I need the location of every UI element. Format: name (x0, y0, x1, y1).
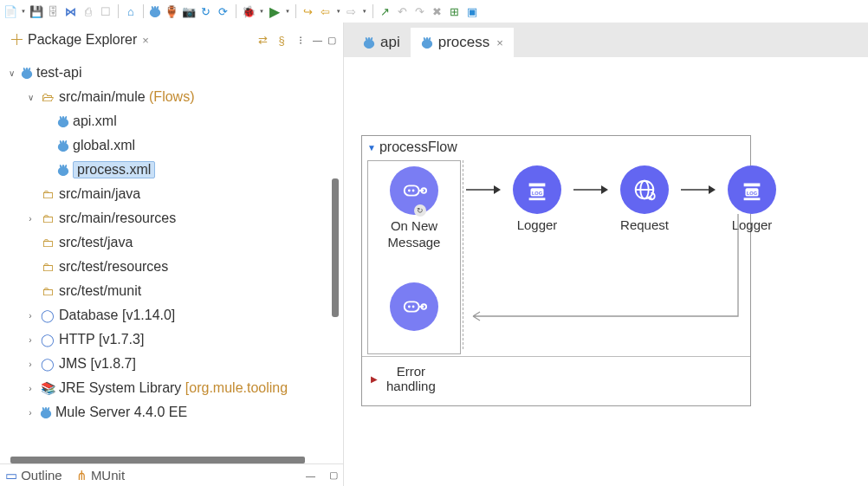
editor-panel: api process × ▼ processFlow (344, 23, 868, 486)
mule-project-icon (21, 67, 33, 79)
run-icon[interactable]: ▶ (268, 4, 282, 18)
jms-reply-component[interactable] (366, 282, 462, 331)
expand-icon[interactable]: › (24, 408, 36, 418)
package-explorer-tab[interactable]: 🞡 Package Explorer × (5, 29, 154, 51)
view-tab-row: 🞡 Package Explorer × ⇄ § ⁝ — ▢ (0, 23, 343, 57)
box2-icon[interactable]: ▣ (465, 4, 479, 18)
debug-dropdown[interactable]: ▼ (259, 9, 264, 14)
step-dropdown[interactable]: ▼ (336, 9, 341, 14)
logger-component[interactable]: LOG Logger (717, 165, 787, 234)
redo-icon[interactable]: ↷ (413, 4, 427, 18)
tree-flows-folder[interactable]: src/main/mule (Flows) (59, 89, 194, 105)
logger-component[interactable]: LOG Logger (502, 165, 572, 234)
tree-file[interactable]: global.xml (73, 138, 135, 153)
open-ext-icon[interactable]: ↗ (379, 4, 392, 18)
vertical-scrollbar[interactable] (332, 178, 339, 317)
expand-placeholder: › (24, 238, 36, 248)
tree-folder[interactable]: src/test/resources (59, 259, 168, 275)
close-icon[interactable]: ✖ (431, 4, 444, 18)
step-fwd-dropdown[interactable]: ▼ (362, 9, 367, 14)
camera-icon[interactable]: 📷 (182, 4, 196, 18)
new-icon[interactable]: 📄 (3, 4, 17, 18)
horizontal-scrollbar[interactable] (10, 457, 305, 463)
munit-tab[interactable]: ⋔ MUnit (76, 468, 125, 483)
step-back-icon[interactable]: ⇦ (319, 4, 333, 18)
on-new-message-component[interactable]: ↻ On New Message (366, 166, 462, 251)
error-handling-section[interactable]: ▶ Error handling (362, 356, 750, 405)
mule-icon[interactable] (149, 5, 161, 17)
tree-server[interactable]: Mule Server 4.4.0 EE (55, 405, 187, 420)
processor-row: LOG Logger Request (464, 165, 787, 234)
expand-icon[interactable]: › (24, 384, 36, 393)
editor-tab-process[interactable]: process × (411, 28, 514, 57)
close-icon[interactable]: × (496, 36, 503, 49)
close-icon[interactable]: × (142, 34, 149, 47)
box-icon[interactable]: ☐ (99, 4, 113, 18)
arrow-icon (464, 165, 502, 214)
maximize-icon[interactable]: ▢ (327, 35, 336, 46)
build-icon[interactable]: ↻ (199, 4, 213, 18)
package-icon: 🗀 (40, 260, 55, 274)
flow-canvas[interactable]: ▼ processFlow ↻ On New Message (344, 57, 868, 486)
outline-tab[interactable]: ▭ Outline (5, 468, 62, 483)
save-all-icon[interactable]: 🗄 (47, 4, 61, 18)
source-divider (463, 160, 463, 349)
svg-point-2 (412, 190, 415, 192)
tree-lib[interactable]: Database [v1.14.0] (59, 308, 175, 323)
filter-icon[interactable]: § (275, 33, 288, 47)
tree-lib[interactable]: JMS [v1.8.7] (59, 356, 136, 372)
flow-processors-area[interactable]: ↻ On New Message (362, 159, 750, 356)
toolbar-separator (118, 4, 119, 18)
mule-file-icon (363, 36, 375, 49)
undo-icon[interactable]: ↶ (396, 4, 410, 18)
flow-container[interactable]: ▼ processFlow ↻ On New Message (361, 135, 751, 406)
run-dropdown[interactable]: ▼ (285, 9, 290, 14)
tree-folder[interactable]: src/test/munit (59, 283, 141, 299)
disk-icon[interactable]: ⎙ (81, 4, 95, 18)
expand-icon[interactable]: › (24, 360, 36, 369)
jms-listener-icon: ↻ (390, 166, 438, 215)
cycle-icon[interactable]: ⟳ (217, 4, 230, 18)
tree-project[interactable]: test-api (36, 65, 81, 81)
expand-icon[interactable]: › (24, 214, 36, 224)
step-fwd-icon[interactable]: ⇨ (345, 4, 359, 18)
request-component[interactable]: Request (610, 165, 679, 234)
toolbar-separator (295, 4, 296, 18)
tree-folder[interactable]: src/main/resources (59, 211, 176, 226)
flow-source-box[interactable]: ↻ On New Message (367, 160, 461, 354)
vs-icon[interactable]: ⋈ (64, 4, 78, 18)
editor-tab-api[interactable]: api (353, 28, 411, 57)
tree-folder[interactable]: src/main/java (59, 186, 140, 202)
minimize-icon[interactable]: — (313, 35, 322, 45)
tree-folder[interactable]: src/test/java (59, 235, 133, 250)
plus-box-icon[interactable]: ⊞ (448, 4, 462, 18)
expand-icon[interactable]: › (24, 311, 36, 321)
collapse-icon[interactable]: ▼ (367, 143, 376, 152)
mule-server-icon (40, 406, 52, 418)
save-icon[interactable]: 💾 (29, 4, 43, 18)
expand-icon[interactable]: ▶ (371, 374, 378, 384)
svg-rect-4 (405, 301, 419, 311)
step-out-icon[interactable]: ↪ (301, 4, 315, 18)
svg-text:LOG: LOG (532, 191, 543, 196)
http-request-icon (620, 165, 669, 214)
link-icon[interactable]: ⇄ (256, 33, 269, 47)
expand-icon[interactable]: ∨ (24, 93, 36, 102)
tree-lib[interactable]: HTTP [v1.7.3] (59, 332, 144, 347)
flow-title-bar[interactable]: ▼ processFlow (362, 136, 750, 159)
minimize-icon[interactable]: — (306, 470, 315, 481)
expand-icon[interactable]: › (24, 335, 36, 345)
nav-icon[interactable]: ⌂ (124, 4, 138, 18)
project-tree[interactable]: ∨ test-api ∨ 🗁 src/main/mule (Flows) api… (0, 57, 343, 463)
refresh-badge-icon: ↻ (414, 204, 426, 217)
expand-icon[interactable]: ∨ (5, 68, 17, 78)
component-label: Request (620, 217, 669, 234)
tree-jre[interactable]: JRE System Library [org.mule.tooling (59, 380, 288, 396)
view-menu-icon[interactable]: ⁝ (294, 33, 308, 47)
jar-icon[interactable]: 🏺 (165, 4, 178, 18)
debug-icon[interactable]: 🐞 (242, 4, 256, 18)
tree-file[interactable]: api.xml (73, 113, 117, 129)
new-dropdown[interactable]: ▼ (21, 9, 26, 14)
tree-file-selected[interactable]: process.xml (73, 161, 155, 178)
maximize-icon[interactable]: ▢ (329, 470, 338, 481)
